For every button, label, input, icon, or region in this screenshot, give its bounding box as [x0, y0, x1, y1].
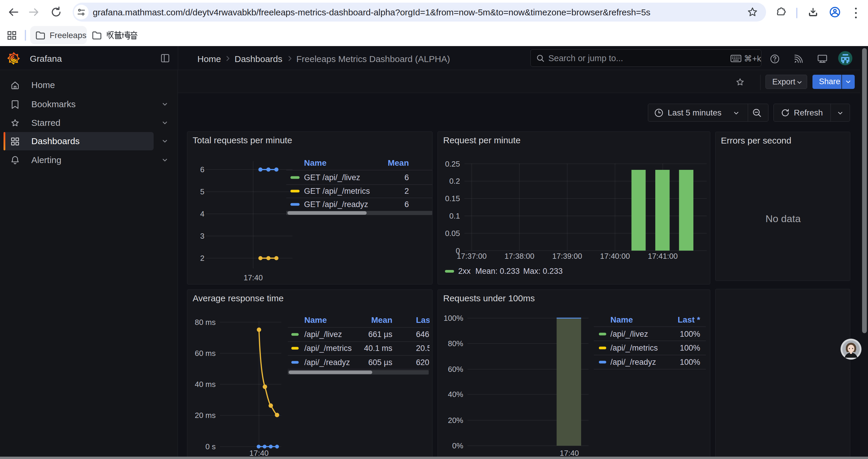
- svg-text:17:38:00: 17:38:00: [505, 252, 534, 261]
- svg-text:Name: Name: [610, 315, 633, 324]
- svg-text:661 µs: 661 µs: [368, 330, 392, 339]
- svg-text:646: 646: [416, 330, 429, 339]
- svg-text:0%: 0%: [452, 441, 463, 450]
- svg-text:0.1: 0.1: [450, 211, 460, 220]
- svg-text:100%: 100%: [444, 314, 464, 323]
- svg-text:Name: Name: [304, 158, 327, 167]
- svg-text:6: 6: [200, 165, 205, 174]
- svg-text:17:41:00: 17:41:00: [648, 252, 678, 261]
- svg-text:Mean: Mean: [388, 158, 409, 167]
- svg-text:40.1 ms: 40.1 ms: [364, 344, 392, 353]
- svg-text:17:37:00: 17:37:00: [457, 252, 487, 261]
- svg-text:40 ms: 40 ms: [195, 380, 216, 389]
- svg-text:GET /api/_/livez: GET /api/_/livez: [304, 173, 360, 182]
- svg-text:40%: 40%: [448, 390, 463, 399]
- svg-text:5: 5: [200, 187, 205, 196]
- svg-text:Max: 0.233: Max: 0.233: [523, 267, 563, 275]
- svg-text:17:40: 17:40: [249, 449, 269, 458]
- svg-text:0.15: 0.15: [445, 194, 460, 203]
- svg-text:620: 620: [416, 358, 429, 367]
- svg-text:4: 4: [200, 209, 205, 218]
- svg-text:20 ms: 20 ms: [195, 411, 216, 420]
- svg-text:17:39:00: 17:39:00: [552, 252, 582, 261]
- svg-text:2: 2: [404, 187, 409, 196]
- svg-text:Mean: 0.233: Mean: 0.233: [475, 267, 520, 275]
- svg-text:/api/_/metrics: /api/_/metrics: [610, 343, 658, 352]
- svg-text:/api/_/readyz: /api/_/readyz: [304, 358, 350, 367]
- svg-text:20%: 20%: [448, 416, 463, 425]
- svg-text:2xx: 2xx: [458, 267, 471, 275]
- svg-text:100%: 100%: [680, 330, 700, 338]
- svg-text:GET /api/_/metrics: GET /api/_/metrics: [304, 187, 370, 196]
- svg-text:/api/_/livez: /api/_/livez: [610, 330, 648, 338]
- svg-text:100%: 100%: [680, 343, 700, 352]
- svg-text:6: 6: [404, 200, 409, 209]
- svg-text:2: 2: [200, 254, 205, 263]
- svg-text:/api/_/livez: /api/_/livez: [304, 330, 342, 339]
- svg-text:/api/_/readyz: /api/_/readyz: [610, 358, 656, 366]
- svg-text:60%: 60%: [448, 365, 463, 374]
- svg-text:0.05: 0.05: [445, 229, 460, 238]
- svg-text:605 µs: 605 µs: [368, 358, 392, 367]
- svg-text:20.5 r: 20.5 r: [416, 344, 432, 353]
- svg-text:GET /api/_/readyz: GET /api/_/readyz: [304, 200, 368, 209]
- svg-text:17:40:00: 17:40:00: [600, 252, 630, 261]
- svg-text:3: 3: [200, 232, 205, 240]
- svg-text:Mean: Mean: [371, 316, 392, 325]
- svg-text:Last *: Last *: [678, 315, 700, 324]
- svg-text:Last *: Last *: [416, 316, 432, 325]
- svg-text:17:40: 17:40: [560, 449, 579, 458]
- svg-text:0.25: 0.25: [445, 160, 460, 168]
- svg-text:0 s: 0 s: [205, 442, 216, 451]
- svg-text:60 ms: 60 ms: [195, 349, 216, 358]
- svg-text:6: 6: [404, 173, 409, 182]
- svg-text:80 ms: 80 ms: [195, 318, 216, 327]
- svg-text:/api/_/metrics: /api/_/metrics: [304, 344, 352, 353]
- svg-text:17:40: 17:40: [243, 273, 262, 282]
- svg-text:100%: 100%: [680, 358, 700, 366]
- svg-text:Name: Name: [304, 316, 327, 325]
- svg-text:80%: 80%: [448, 339, 463, 348]
- svg-text:0.2: 0.2: [450, 177, 460, 186]
